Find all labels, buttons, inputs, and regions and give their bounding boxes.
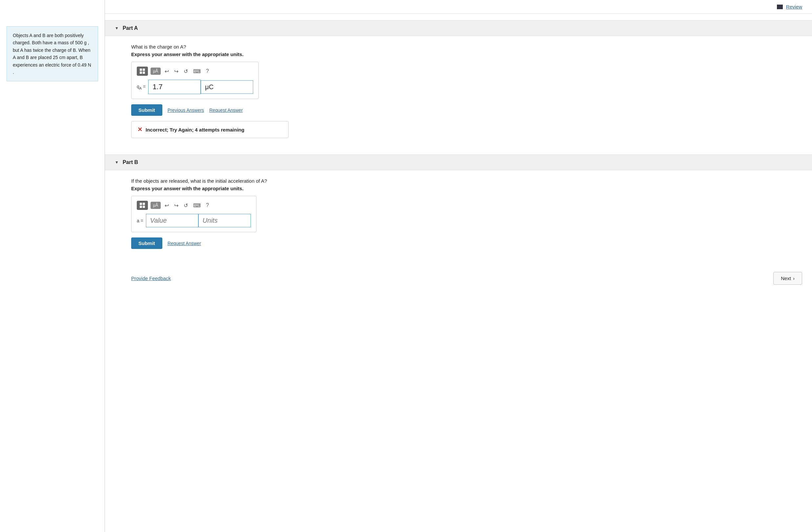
grid-icon-b bbox=[139, 202, 146, 209]
problem-text: Objects A and B are both positively char… bbox=[6, 26, 98, 81]
next-chevron-icon: › bbox=[793, 275, 795, 281]
part-a-units-input[interactable] bbox=[201, 80, 253, 94]
part-a-request-answer-button[interactable]: Request Answer bbox=[209, 107, 243, 113]
part-b-answer-box: μÅ ↩ ↪ ↺ ⌨ ? a = bbox=[131, 196, 257, 232]
part-b-input-row: a = bbox=[137, 214, 251, 227]
part-a-header: ▼ Part A bbox=[105, 20, 812, 36]
part-b-toolbar: μÅ ↩ ↪ ↺ ⌨ ? bbox=[137, 201, 251, 210]
grid-button-a[interactable] bbox=[137, 67, 148, 76]
footer-row: Provide Feedback Next › bbox=[105, 265, 812, 288]
part-b-header: ▼ Part B bbox=[105, 155, 812, 170]
undo-button-b[interactable]: ↩ bbox=[163, 202, 170, 209]
undo-button-a[interactable]: ↩ bbox=[163, 68, 170, 75]
part-a-express: Express your answer with the appropriate… bbox=[131, 52, 792, 57]
part-a-input-row: qA = bbox=[137, 80, 253, 94]
svg-rect-7 bbox=[143, 206, 145, 208]
grid-button-b[interactable] bbox=[137, 201, 148, 210]
part-a-section: ▼ Part A What is the charge on A? Expres… bbox=[105, 20, 812, 148]
help-button-b[interactable]: ? bbox=[205, 202, 210, 209]
svg-rect-5 bbox=[143, 203, 145, 205]
review-label: Review bbox=[786, 4, 802, 10]
reset-button-b[interactable]: ↺ bbox=[182, 202, 189, 209]
help-button-a[interactable]: ? bbox=[205, 68, 210, 75]
reset-button-a[interactable]: ↺ bbox=[182, 68, 189, 75]
keyboard-button-b[interactable]: ⌨ bbox=[192, 202, 202, 209]
part-a-answer-box: μÅ ↩ ↪ ↺ ⌨ ? qA = bbox=[131, 62, 259, 99]
part-b-units-input[interactable] bbox=[199, 214, 251, 227]
review-link[interactable]: Review bbox=[777, 4, 802, 10]
svg-rect-1 bbox=[143, 69, 145, 71]
part-b-action-row: Submit Request Answer bbox=[131, 238, 792, 249]
grid-icon-a bbox=[139, 68, 146, 74]
next-button[interactable]: Next › bbox=[773, 272, 802, 285]
part-a-chevron-icon[interactable]: ▼ bbox=[115, 26, 119, 30]
part-b-section: ▼ Part B If the objects are released, wh… bbox=[105, 155, 812, 259]
part-b-request-answer-button[interactable]: Request Answer bbox=[168, 241, 201, 246]
part-a-error-box: ✕ Incorrect; Try Again; 4 attempts remai… bbox=[131, 121, 289, 138]
svg-rect-2 bbox=[140, 72, 142, 74]
ua-label-a: μÅ bbox=[153, 69, 158, 73]
part-a-action-row: Submit Previous Answers Request Answer bbox=[131, 104, 792, 116]
top-bar: Review bbox=[105, 0, 812, 14]
part-a-previous-answers-button[interactable]: Previous Answers bbox=[168, 107, 204, 113]
svg-rect-3 bbox=[143, 72, 145, 74]
review-icon bbox=[777, 4, 783, 9]
redo-button-b[interactable]: ↪ bbox=[173, 202, 180, 209]
part-a-toolbar: μÅ ↩ ↪ ↺ ⌨ ? bbox=[137, 67, 253, 76]
part-b-express: Express your answer with the appropriate… bbox=[131, 186, 792, 191]
error-icon: ✕ bbox=[137, 126, 142, 133]
part-a-content: What is the charge on A? Express your an… bbox=[105, 36, 812, 148]
ua-button-b[interactable]: μÅ bbox=[150, 202, 161, 209]
right-panel: Review ▼ Part A What is the charge on A?… bbox=[105, 0, 812, 532]
part-b-value-input[interactable] bbox=[146, 214, 199, 227]
part-b-title: Part B bbox=[122, 159, 138, 165]
svg-rect-0 bbox=[140, 69, 142, 71]
part-a-error-message: Incorrect; Try Again; 4 attempts remaini… bbox=[146, 127, 244, 132]
part-a-value-input[interactable] bbox=[148, 80, 201, 94]
part-b-content: If the objects are released, what is the… bbox=[105, 170, 812, 259]
part-a-title: Part A bbox=[122, 25, 138, 31]
problem-statement: Objects A and B are both positively char… bbox=[13, 33, 91, 75]
svg-rect-6 bbox=[140, 206, 142, 208]
redo-button-a[interactable]: ↪ bbox=[173, 68, 180, 75]
part-a-question: What is the charge on A? bbox=[131, 44, 792, 49]
part-b-input-label: a = bbox=[137, 218, 143, 224]
part-a-input-label: qA = bbox=[137, 84, 146, 90]
part-b-submit-button[interactable]: Submit bbox=[131, 238, 162, 249]
part-b-question: If the objects are released, what is the… bbox=[131, 178, 792, 184]
keyboard-button-a[interactable]: ⌨ bbox=[192, 68, 202, 75]
svg-rect-4 bbox=[140, 203, 142, 205]
ua-label-b: μÅ bbox=[153, 203, 158, 207]
next-label: Next bbox=[781, 275, 791, 281]
part-b-chevron-icon[interactable]: ▼ bbox=[115, 160, 119, 165]
part-a-submit-button[interactable]: Submit bbox=[131, 104, 162, 116]
left-panel: Objects A and B are both positively char… bbox=[0, 0, 105, 532]
ua-button-a[interactable]: μÅ bbox=[150, 68, 161, 75]
provide-feedback-link[interactable]: Provide Feedback bbox=[131, 275, 171, 281]
